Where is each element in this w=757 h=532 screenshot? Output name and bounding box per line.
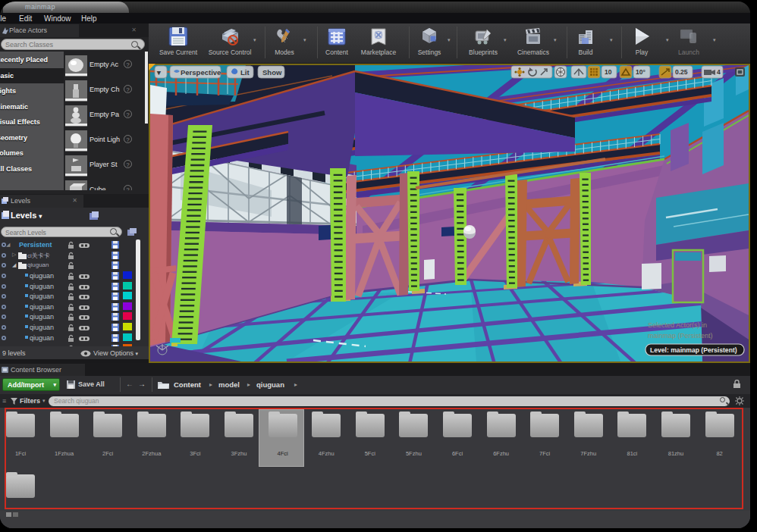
svg-text:mainmap (Persistent): mainmap (Persistent) bbox=[648, 332, 713, 340]
svg-text:Perspective: Perspective bbox=[181, 68, 221, 77]
svg-text:10°: 10° bbox=[636, 68, 645, 76]
svg-text:Lit: Lit bbox=[240, 68, 250, 77]
svg-text:Show: Show bbox=[262, 68, 282, 77]
svg-text:Level: mainmap (Persistent): Level: mainmap (Persistent) bbox=[650, 346, 737, 354]
svg-text:Selected Actor(s) in: Selected Actor(s) in bbox=[648, 321, 707, 329]
svg-text:0.25: 0.25 bbox=[675, 68, 688, 76]
svg-text:10: 10 bbox=[605, 68, 612, 76]
svg-text:4: 4 bbox=[717, 68, 721, 76]
